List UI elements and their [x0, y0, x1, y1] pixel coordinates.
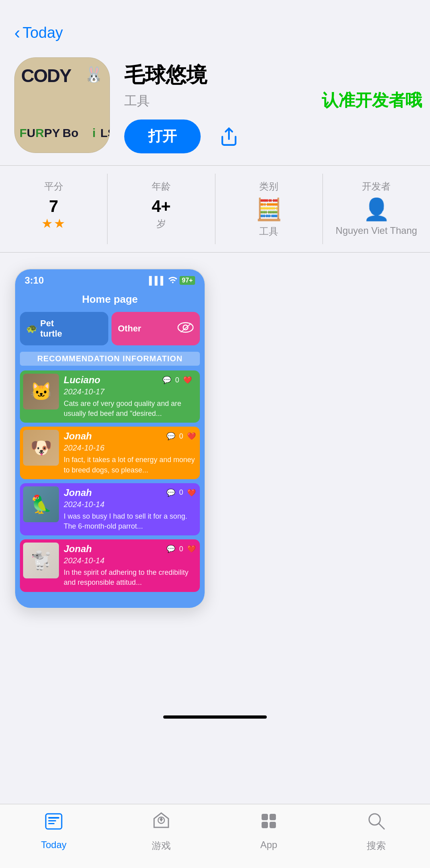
pet-info-jonah-puppy: Jonah 💬 0 ❤️ 2024-10-14 In the spirit of… — [62, 539, 200, 592]
tab-today-label: Today — [41, 839, 66, 850]
svg-rect-6 — [48, 817, 59, 819]
pet-name: Jonah — [64, 431, 92, 442]
stat-category: 类别 🧮 工具 — [215, 174, 323, 244]
stats-bar: 平分 7 ★★ 年龄 4+ 岁 类别 🧮 工具 开发者 👤 Nguyen Vie… — [0, 165, 430, 253]
screenshot-section: 3:10 ▌▌▌ 97+ Home page 🐢 — [0, 253, 430, 625]
category-icon: 🧮 — [256, 197, 282, 222]
eye-icon — [178, 322, 194, 336]
app-actions: 打开 — [124, 120, 416, 153]
recommendation-label: RECOMMENDATION INFORMATION — [20, 352, 200, 366]
pet-date: 2024-10-14 — [64, 500, 196, 509]
status-icons: ▌▌▌ 97+ — [149, 276, 195, 285]
app-screen: Home page 🐢 Pet turtle Other — [15, 289, 205, 608]
category-value: 工具 — [259, 225, 278, 238]
pet-desc: In fact, it takes a lot of energy and mo… — [64, 455, 196, 475]
today-tab-icon — [43, 811, 64, 836]
back-button[interactable]: ‹ Today — [14, 24, 63, 41]
pet-name: Jonah — [64, 487, 92, 498]
pet-actions: 💬 0 ❤️ — [166, 432, 196, 441]
pet-actions: 💬 0 ❤️ — [162, 376, 196, 384]
pet-header: Luciano 💬 0 ❤️ — [64, 374, 196, 386]
comment-icon: 💬 — [162, 376, 171, 384]
rating-label: 平分 — [44, 180, 63, 193]
pet-date: 2024-10-16 — [64, 443, 196, 453]
phone-mockup: 3:10 ▌▌▌ 97+ Home page 🐢 — [14, 268, 205, 609]
comment-icon: 💬 — [166, 545, 175, 553]
pet-desc: Cats are of very good quality and are us… — [64, 399, 196, 419]
home-indicator — [163, 715, 267, 719]
phone-status-bar: 3:10 ▌▌▌ 97+ — [15, 269, 205, 289]
like-icon: ❤️ — [187, 488, 196, 497]
back-chevron-icon: ‹ — [14, 24, 20, 41]
category-other[interactable]: Other — [111, 312, 200, 345]
pet-image-dog: 🐶 — [20, 427, 62, 479]
tab-app-label: App — [260, 839, 278, 850]
pet-date: 2024-10-14 — [64, 556, 196, 565]
status-time: 3:10 — [25, 275, 44, 286]
like-icon: ❤️ — [187, 545, 196, 553]
like-icon: ❤️ — [187, 432, 196, 441]
comment-count: 0 — [179, 545, 183, 553]
app-name: 毛球悠境 — [124, 61, 416, 89]
developer-icon: 👤 — [363, 197, 390, 222]
svg-rect-12 — [262, 822, 268, 828]
pet-desc: In the spirit of adhering to the credibi… — [64, 568, 196, 588]
pet-card-jonah-bird[interactable]: 🦜 Jonah 💬 0 ❤️ 2024-10-14 I was so busy … — [20, 483, 200, 535]
developer-label: 开发者 — [362, 180, 391, 193]
pet-image-puppy: 🐩 — [20, 539, 62, 592]
developer-promo: 认准开发者哦 — [322, 89, 422, 112]
app-tab-icon — [258, 811, 279, 836]
developer-name: Nguyen Viet Thang — [336, 225, 417, 236]
signal-icon: ▌▌▌ — [149, 276, 166, 285]
pet-image-cat: 🐱 — [20, 370, 62, 423]
comment-count: 0 — [179, 488, 183, 497]
pet-name: Jonah — [64, 543, 92, 555]
pet-info-jonah-bird: Jonah 💬 0 ❤️ 2024-10-14 I was so busy I … — [62, 483, 200, 535]
pet-header: Jonah 💬 0 ❤️ — [64, 431, 196, 442]
pet-info-jonah-dog: Jonah 💬 0 ❤️ 2024-10-16 In fact, it take… — [62, 427, 200, 479]
tab-today[interactable]: Today — [0, 811, 108, 852]
share-button[interactable] — [215, 123, 243, 151]
tab-search-label: 搜索 — [367, 839, 386, 852]
open-button[interactable]: 打开 — [124, 120, 201, 153]
pet-card-luciano[interactable]: 🐱 Luciano 💬 0 ❤️ 2024-10-17 Cats are of … — [20, 370, 200, 423]
comment-icon: 💬 — [166, 432, 175, 441]
category-label: 类别 — [259, 180, 278, 193]
battery-icon: 97+ — [180, 276, 195, 285]
stat-age: 年龄 4+ 岁 — [108, 174, 215, 244]
pet-header: Jonah 💬 0 ❤️ — [64, 543, 196, 555]
rating-value: 7 — [49, 197, 58, 216]
age-value: 4+ — [152, 197, 171, 216]
header: ‹ Today — [0, 0, 430, 49]
pet-desc: I was so busy I had to sell it for a son… — [64, 511, 196, 531]
tab-games[interactable]: 游戏 — [108, 811, 215, 852]
comment-count: 0 — [179, 432, 183, 441]
tab-games-label: 游戏 — [152, 839, 171, 852]
turtle-label: Pet turtle — [40, 318, 62, 339]
stat-developer: 开发者 👤 Nguyen Viet Thang — [323, 174, 430, 244]
pet-actions: 💬 0 ❤️ — [166, 545, 196, 553]
search-tab-icon — [366, 811, 387, 836]
category-turtle[interactable]: 🐢 Pet turtle — [20, 312, 108, 345]
pet-card-jonah-dog[interactable]: 🐶 Jonah 💬 0 ❤️ 2024-10-16 In fact, it ta… — [20, 427, 200, 479]
app-info-section: CODY 🐰 FURPY Bo i LS 毛球悠境 工具 打开 认准开发者哦 — [0, 49, 430, 165]
home-page-label: Home page — [15, 289, 205, 312]
app-icon: CODY 🐰 FURPY Bo i LS — [14, 57, 110, 153]
svg-rect-10 — [262, 814, 268, 820]
svg-rect-13 — [270, 822, 276, 828]
category-row: 🐢 Pet turtle Other — [15, 312, 205, 352]
pet-name: Luciano — [64, 374, 100, 386]
pet-image-bird: 🦜 — [20, 483, 62, 535]
pet-card-jonah-puppy[interactable]: 🐩 Jonah 💬 0 ❤️ 2024-10-14 In the spirit … — [20, 539, 200, 592]
stat-rating: 平分 7 ★★ — [0, 174, 108, 244]
back-label: Today — [23, 24, 63, 41]
turtle-icon: 🐢 — [26, 323, 37, 334]
age-sub: 岁 — [156, 217, 166, 230]
tab-app[interactable]: App — [215, 811, 322, 852]
svg-rect-8 — [48, 823, 55, 824]
svg-line-15 — [379, 823, 384, 829]
comment-count: 0 — [175, 376, 179, 384]
comment-icon: 💬 — [166, 488, 175, 497]
app-store-tabs: Today 游戏 App 搜索 — [0, 804, 430, 868]
tab-search[interactable]: 搜索 — [322, 811, 430, 852]
